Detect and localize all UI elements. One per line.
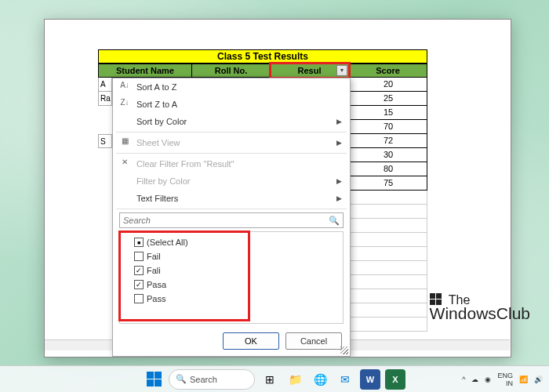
sort-asc-icon: A↓ bbox=[119, 81, 130, 92]
header-row: Student Name Roll No. Resul ▼ Score bbox=[98, 64, 427, 78]
sort-by-color[interactable]: Sort by Color ▶ bbox=[113, 113, 350, 130]
filter-item-label: Fali bbox=[147, 266, 161, 275]
empty-cell[interactable] bbox=[349, 233, 427, 247]
taskbar-tray: ^ ☁ ◉ ENG IN 📶 🔊 bbox=[462, 372, 543, 387]
score-cell[interactable]: 30 bbox=[349, 148, 427, 162]
watermark: The WindowsClub bbox=[430, 293, 530, 323]
windows-start-icon bbox=[147, 372, 162, 387]
checkbox-checked-icon[interactable] bbox=[134, 266, 144, 275]
empty-cell[interactable] bbox=[349, 289, 427, 303]
score-cell[interactable]: 80 bbox=[349, 162, 427, 176]
taskbar-search[interactable]: 🔍 Search bbox=[169, 369, 255, 390]
empty-cell[interactable] bbox=[349, 247, 427, 261]
resize-grip-icon[interactable] bbox=[340, 347, 348, 354]
taskbar: 🔍 Search ⊞ 📁 🌐 ✉ W X ^ ☁ ◉ ENG IN 📶 🔊 bbox=[0, 365, 549, 392]
score-cell[interactable]: 70 bbox=[349, 120, 427, 134]
cell-partial[interactable]: S bbox=[98, 134, 112, 148]
checkbox-mixed-icon[interactable] bbox=[134, 238, 144, 247]
filter-item-label: (Select All) bbox=[147, 238, 188, 247]
task-view-button[interactable]: ⊞ bbox=[260, 369, 280, 390]
menu-label: Sort A to Z bbox=[136, 82, 176, 92]
watermark-line2: WindowsClub bbox=[430, 304, 530, 323]
filter-item-pasa[interactable]: Pasa bbox=[123, 278, 340, 292]
autofilter-menu: A↓ Sort A to Z Z↓ Sort Z to A Sort by Co… bbox=[112, 78, 351, 357]
submenu-arrow-icon: ▶ bbox=[336, 177, 342, 185]
taskbar-app-mail[interactable]: ✉ bbox=[335, 369, 355, 390]
filter-item-label: Pasa bbox=[147, 280, 166, 289]
empty-cell[interactable] bbox=[349, 275, 427, 289]
score-cell[interactable]: 25 bbox=[349, 92, 427, 106]
filter-search-input[interactable] bbox=[123, 216, 329, 225]
tray-volume-icon[interactable]: 🔊 bbox=[534, 376, 543, 383]
header-roll[interactable]: Roll No. bbox=[192, 64, 271, 78]
dialog-buttons: OK Cancel bbox=[223, 332, 342, 350]
header-roll-label: Roll No. bbox=[215, 66, 248, 75]
header-result[interactable]: Resul ▼ bbox=[271, 64, 349, 78]
empty-cell[interactable] bbox=[349, 205, 427, 219]
tray-chevron-icon[interactable]: ^ bbox=[462, 376, 465, 383]
header-student-label: Student Name bbox=[116, 66, 174, 75]
taskbar-app-chrome[interactable]: 🌐 bbox=[310, 369, 330, 390]
menu-label: Filter by Color bbox=[136, 176, 190, 186]
cell-partial[interactable]: A bbox=[98, 78, 112, 92]
filter-item-fail[interactable]: Fail bbox=[123, 249, 340, 263]
tray-onedrive-icon[interactable]: ☁ bbox=[471, 376, 478, 383]
taskbar-app-word[interactable]: W bbox=[360, 369, 380, 390]
sheet-view: ▦ Sheet View ▶ bbox=[113, 134, 350, 151]
empty-cell[interactable] bbox=[349, 318, 427, 332]
empty-cell[interactable] bbox=[349, 191, 427, 205]
checkbox-unchecked-icon[interactable] bbox=[134, 252, 144, 261]
score-column: 20 25 15 70 72 30 80 75 bbox=[349, 78, 427, 332]
menu-label: Sort by Color bbox=[136, 117, 187, 126]
start-button[interactable] bbox=[144, 369, 164, 390]
tray-wifi-icon[interactable]: 📶 bbox=[519, 376, 528, 383]
menu-separator bbox=[116, 132, 347, 132]
text-filters[interactable]: Text Filters ▶ bbox=[113, 190, 350, 207]
taskbar-center: 🔍 Search ⊞ 📁 🌐 ✉ W X bbox=[144, 369, 405, 390]
empty-cell[interactable] bbox=[349, 219, 427, 233]
filter-item-pass[interactable]: Pass bbox=[123, 292, 340, 306]
score-cell[interactable]: 72 bbox=[349, 134, 427, 148]
sort-desc-icon: Z↓ bbox=[119, 98, 130, 109]
tray-chrome-icon[interactable]: ◉ bbox=[485, 376, 491, 383]
filter-search[interactable]: 🔍 bbox=[119, 212, 344, 228]
submenu-arrow-icon: ▶ bbox=[336, 194, 342, 202]
region-code: IN bbox=[497, 379, 513, 387]
cell-partial[interactable]: Ra bbox=[98, 92, 112, 106]
filter-item-selectall[interactable]: (Select All) bbox=[123, 235, 340, 249]
sort-a-to-z[interactable]: A↓ Sort A to Z bbox=[113, 78, 350, 96]
score-cell[interactable]: 75 bbox=[349, 176, 427, 191]
taskbar-app-excel[interactable]: X bbox=[385, 369, 405, 390]
clear-filter-icon: ✕ bbox=[119, 158, 130, 169]
sort-z-to-a[interactable]: Z↓ Sort Z to A bbox=[113, 96, 350, 113]
menu-label: Sort Z to A bbox=[136, 100, 177, 109]
taskbar-app-explorer[interactable]: 📁 bbox=[285, 369, 305, 390]
filter-dropdown-button[interactable]: ▼ bbox=[336, 65, 347, 76]
ok-button[interactable]: OK bbox=[223, 332, 279, 350]
filter-by-color: Filter by Color ▶ bbox=[113, 172, 350, 190]
cell-gap bbox=[98, 106, 112, 134]
taskbar-search-label: Search bbox=[190, 375, 217, 384]
menu-label: Clear Filter From "Result" bbox=[136, 159, 235, 169]
checkbox-checked-icon[interactable] bbox=[134, 280, 144, 289]
language-indicator[interactable]: ENG IN bbox=[497, 372, 513, 387]
menu-label: Sheet View bbox=[136, 138, 180, 147]
filter-item-fali[interactable]: Fali bbox=[123, 263, 340, 278]
score-cell[interactable]: 15 bbox=[349, 106, 427, 120]
header-score[interactable]: Score bbox=[349, 64, 427, 78]
cancel-button[interactable]: Cancel bbox=[285, 332, 342, 350]
lang-code: ENG bbox=[497, 372, 513, 379]
score-cell[interactable]: 20 bbox=[349, 78, 427, 92]
empty-cell[interactable] bbox=[349, 261, 427, 275]
empty-cell[interactable] bbox=[349, 303, 427, 318]
filter-item-label: Fail bbox=[147, 252, 161, 261]
header-student[interactable]: Student Name bbox=[98, 64, 192, 78]
clear-filter: ✕ Clear Filter From "Result" bbox=[113, 155, 350, 172]
checkbox-unchecked-icon[interactable] bbox=[134, 294, 144, 303]
filter-checklist: (Select All) Fail Fali Pasa Pass bbox=[119, 231, 344, 324]
sheet-title: Class 5 Test Results bbox=[98, 49, 427, 64]
submenu-arrow-icon: ▶ bbox=[336, 139, 342, 147]
header-result-label: Resul bbox=[298, 66, 322, 75]
sheet-view-icon: ▦ bbox=[119, 136, 130, 147]
header-score-label: Score bbox=[376, 66, 400, 75]
